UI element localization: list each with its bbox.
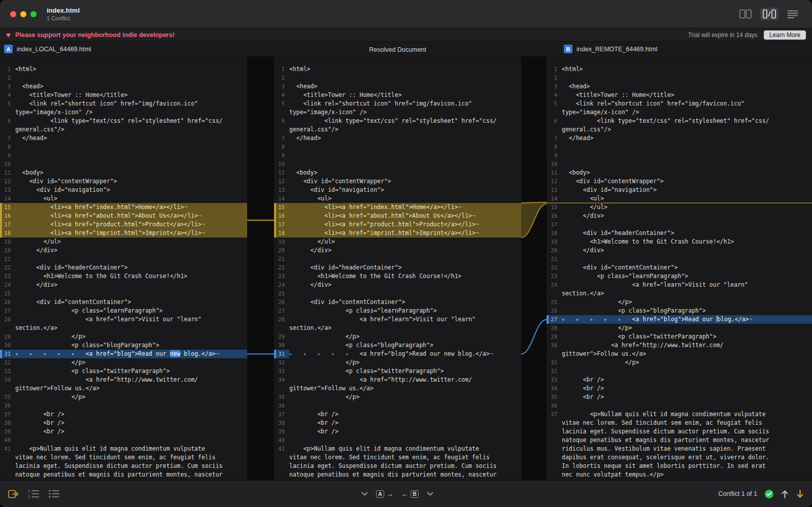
code-row[interactable]: section.</a> xyxy=(0,324,247,332)
code-row[interactable]: 19 </ul> xyxy=(274,238,521,246)
code-row[interactable]: 26 <p class="blogParagraph"> xyxy=(547,307,812,315)
code-row[interactable]: 33 <p class="twitterParagraph"> xyxy=(274,367,521,376)
code-row[interactable]: type="image/x-icon" /> xyxy=(547,108,812,117)
zoom-window-button[interactable] xyxy=(30,11,37,17)
code-row[interactable]: natoque penatibus et magnis dis parturie… xyxy=(274,470,521,479)
code-row[interactable]: 41 <p>Nullam quis elit id magna condimen… xyxy=(274,445,521,453)
code-row[interactable]: 15 </ul> xyxy=(547,203,812,212)
code-row[interactable]: 33 <br /> xyxy=(547,376,812,384)
code-row[interactable]: 16 </div> xyxy=(547,212,812,220)
code-row[interactable]: 40 xyxy=(274,436,521,445)
code-row[interactable]: 34 <br /> xyxy=(547,384,812,393)
code-row[interactable]: 3 <head> xyxy=(274,82,521,91)
code-row[interactable]: general.css"/> xyxy=(0,125,247,134)
code-row[interactable]: 5 <link rel="shortcut icon" href="img/fa… xyxy=(0,99,247,108)
pane-remote[interactable]: 1<html>23 <head>4 <title>Tower :: Home</… xyxy=(547,57,812,480)
code-row[interactable]: 26 <div id="contentContainer"> xyxy=(0,298,247,307)
code-row[interactable]: 12 <div id="contentWrapper"> xyxy=(274,177,521,186)
code-row[interactable]: 19 <h1>Welcome to the Git Crash Course!<… xyxy=(547,238,812,246)
change-list-icon[interactable] xyxy=(48,490,59,498)
code-row[interactable]: 35 </p> xyxy=(0,393,247,401)
code-row[interactable]: 33 <p class="twitterParagraph"> xyxy=(0,367,247,376)
code-row[interactable]: 8 xyxy=(274,143,521,151)
code-row[interactable]: 32 </p> xyxy=(274,358,521,367)
code-row[interactable]: 38 <br /> xyxy=(0,419,247,427)
code-row[interactable]: 24 </div> xyxy=(274,281,521,289)
pane-local[interactable]: 1<html>23 <head>4 <title>Tower :: Home</… xyxy=(0,57,247,480)
code-row[interactable]: 8 xyxy=(547,143,812,151)
code-row[interactable]: 14 <ul> xyxy=(274,194,521,203)
code-row[interactable]: 32 </p> xyxy=(0,358,247,367)
code-row[interactable]: 7 </head> xyxy=(274,134,521,143)
code-row[interactable]: 15 <li><a href="index.html">Home</a></li… xyxy=(0,203,247,212)
two-pane-view-icon[interactable] xyxy=(737,8,754,20)
code-row[interactable]: 4 <title>Tower :: Home</title> xyxy=(0,91,247,99)
code-row[interactable]: 21 xyxy=(0,255,247,263)
code-row[interactable]: 17 <li><a href="product.html">Product</a… xyxy=(0,220,247,229)
unified-view-icon[interactable] xyxy=(785,8,801,20)
code-row[interactable]: vitae nec lorem. Sed tincidunt sem enim,… xyxy=(0,453,247,462)
code-row[interactable]: 9 xyxy=(0,151,247,160)
code-row[interactable]: 25 </p> xyxy=(547,298,812,307)
code-row[interactable]: 22 <div id="contentContainer"> xyxy=(547,263,812,272)
code-row[interactable]: 10 xyxy=(0,160,247,168)
code-row[interactable]: 6 <link type="text/css" rel="stylesheet"… xyxy=(274,117,521,125)
code-row[interactable]: section.</a> xyxy=(547,289,812,298)
changeset-icon[interactable] xyxy=(8,490,19,498)
code-row[interactable]: 13 <div id="navigation"> xyxy=(547,186,812,194)
line-numbers-icon[interactable]: 1 2 xyxy=(28,490,39,498)
pane-resolved[interactable]: 1<html>23 <head>4 <title>Tower :: Home</… xyxy=(274,57,521,480)
code-row[interactable]: 34 <a href="http://www.twitter.com/ xyxy=(0,376,247,384)
code-row[interactable]: gittower">Follow us.</a> xyxy=(547,350,812,358)
code-row[interactable]: 2 xyxy=(0,74,247,82)
code-row[interactable]: 4 <title>Tower :: Home</title> xyxy=(547,91,812,99)
code-row[interactable]: ridiculus mus. Vestibulum vitae venenati… xyxy=(547,445,812,453)
code-row[interactable]: 3 <head> xyxy=(0,82,247,91)
code-row[interactable]: 36 xyxy=(274,401,521,410)
code-row[interactable]: 18 <li><a href="imprint.html">Imprint</a… xyxy=(0,229,247,238)
code-row[interactable]: lacinia eget. Suspendisse dictum auctor … xyxy=(0,462,247,470)
code-row[interactable]: 14 <ul> xyxy=(547,194,812,203)
code-row[interactable]: 25 xyxy=(0,289,247,298)
code-row[interactable]: 20 </div> xyxy=(274,246,521,255)
code-row[interactable]: 30 <a href="http://www.twitter.com/ xyxy=(547,341,812,350)
code-row[interactable]: vitae nec lorem. Sed tincidunt sem enim,… xyxy=(547,419,812,427)
code-row[interactable]: 27 <p class="learnParagraph"> xyxy=(0,307,247,315)
code-row[interactable]: 6 <link type="text/css" rel="stylesheet"… xyxy=(547,117,812,125)
chevron-down-icon[interactable] xyxy=(361,492,368,496)
code-row[interactable]: 1<html> xyxy=(547,65,812,74)
code-row[interactable]: 18 <div id="headerContainer"> xyxy=(547,229,812,238)
code-row[interactable]: 21 xyxy=(547,255,812,263)
previous-conflict-button[interactable] xyxy=(781,490,789,498)
code-row[interactable]: 12 <div id="contentWrapper"> xyxy=(547,177,812,186)
minimize-window-button[interactable] xyxy=(20,11,26,17)
next-conflict-button[interactable] xyxy=(796,490,804,498)
code-row[interactable]: 29 </p> xyxy=(0,332,247,341)
code-row[interactable]: 21 xyxy=(274,255,521,263)
code-row[interactable]: 37 <p>Nullam quis elit id magna condimen… xyxy=(547,410,812,419)
code-row[interactable]: nec nunc volutpat tempus.</p> xyxy=(547,470,812,479)
code-row[interactable]: 26 <div id="contentContainer"> xyxy=(274,298,521,307)
code-row[interactable]: 4 <title>Tower :: Home</title> xyxy=(274,91,521,99)
code-row[interactable]: 10 xyxy=(274,160,521,168)
code-row[interactable]: 20 </div> xyxy=(547,246,812,255)
code-row[interactable]: 10 xyxy=(547,160,812,168)
code-row[interactable]: 27 <p class="learnParagraph"> xyxy=(274,307,521,315)
code-row[interactable]: 1<html> xyxy=(274,65,521,74)
code-row[interactable]: 28 </p> xyxy=(547,324,812,332)
code-row[interactable]: 15 <li><a href="index.html">Home</a></li… xyxy=(274,203,521,212)
code-row[interactable]: 18 <li><a href="imprint.html">Imprint</a… xyxy=(274,229,521,238)
code-row[interactable]: 11 <body> xyxy=(547,168,812,177)
code-row[interactable]: 23 <h1>Welcome to the Git Crash Course!<… xyxy=(0,272,247,281)
code-row[interactable]: 29 <p class="twitterParagraph"> xyxy=(547,332,812,341)
code-row[interactable]: lacinia eget. Suspendisse dictum auctor … xyxy=(274,462,521,470)
close-window-button[interactable] xyxy=(10,11,16,17)
code-row[interactable]: 34 <a href="http://www.twitter.com/ xyxy=(274,376,521,384)
code-row[interactable]: 13 <div id="navigation"> xyxy=(274,186,521,194)
code-row[interactable]: 29 </p> xyxy=(274,332,521,341)
code-row[interactable]: 36 xyxy=(547,401,812,410)
code-row[interactable]: 14 <ul> xyxy=(0,194,247,203)
code-row[interactable]: natoque penatibus et magnis dis parturie… xyxy=(547,436,812,445)
code-row[interactable]: lacinia eget. Suspendisse dictum auctor … xyxy=(547,427,812,436)
code-row[interactable]: 20 </div> xyxy=(0,246,247,255)
